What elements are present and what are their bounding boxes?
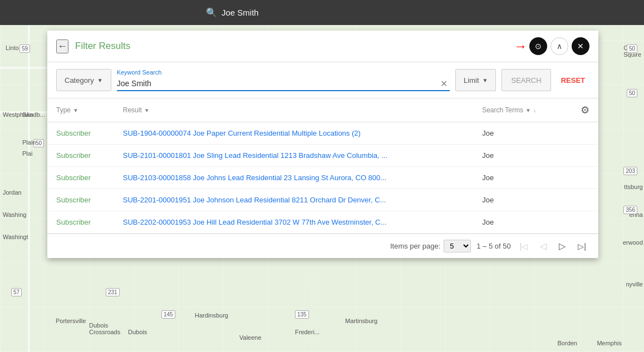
- map-label: Memphis: [597, 340, 622, 346]
- result-cell[interactable]: SUB-2201-00001951 Joe Johnson Lead Resid…: [114, 189, 473, 211]
- type-column-header: Type ▼: [47, 98, 114, 122]
- type-cell[interactable]: Subscriber: [47, 211, 114, 234]
- result-column-header: Result ▼: [114, 98, 473, 122]
- category-button[interactable]: Category ▼: [56, 69, 111, 91]
- type-cell[interactable]: Subscriber: [47, 122, 114, 145]
- results-table-container: Type ▼ Result ▼ Search Terms ▼: [47, 98, 598, 234]
- map-label: Washing: [3, 211, 26, 218]
- settings-column-header: ⚙: [564, 98, 598, 122]
- map-label: Dubois: [128, 329, 147, 335]
- keyword-label: Keyword Search: [117, 69, 450, 76]
- search-button[interactable]: SEARCH: [502, 69, 550, 91]
- search-term-cell: Joe: [473, 211, 564, 234]
- map-label: Hardinsburg: [195, 312, 228, 319]
- result-cell[interactable]: SUB-2103-00001858 Joe Johns Lead Residen…: [114, 167, 473, 189]
- panel-header: ← Filter Results → ⊙ ∧ ✕: [47, 31, 598, 62]
- limit-button[interactable]: Limit ▼: [455, 69, 496, 91]
- map-highway-badge: 50: [627, 44, 637, 53]
- red-arrow-annotation: →: [514, 38, 527, 54]
- table-row: Subscriber SUB-2101-00001801 Joe Sling L…: [47, 145, 598, 167]
- last-page-button[interactable]: ▷|: [574, 241, 589, 252]
- row-settings-cell: [564, 189, 598, 211]
- category-label: Category: [65, 76, 94, 85]
- type-cell[interactable]: Subscriber: [47, 145, 114, 167]
- map-label: Portersville: [56, 318, 86, 324]
- chevron-up-button[interactable]: ∧: [550, 37, 568, 55]
- result-cell[interactable]: SUB-2101-00001801 Joe Sling Lead Residen…: [114, 145, 473, 167]
- keyword-input[interactable]: [117, 77, 438, 90]
- map-highway-badge: 203: [623, 167, 637, 175]
- row-settings-cell: [564, 145, 598, 167]
- search-term-cell: Joe: [473, 167, 564, 189]
- search-terms-sort-icon: ▼: [525, 107, 531, 113]
- table-row: Subscriber SUB-2103-00001858 Joe Johns L…: [47, 167, 598, 189]
- limit-chevron-icon: ▼: [483, 77, 488, 83]
- map-label: Frederi...: [295, 329, 319, 335]
- result-cell[interactable]: SUB-1904-00000074 Joe Paper Current Resi…: [114, 122, 473, 145]
- row-settings-cell: [564, 167, 598, 189]
- result-sort-icon: ▼: [144, 107, 150, 113]
- result-col-label: Result: [123, 106, 142, 114]
- search-terms-col-head[interactable]: Search Terms ▼ ↓: [482, 106, 555, 114]
- table-header-row: Type ▼ Result ▼ Search Terms ▼: [47, 98, 598, 122]
- pagination-bar: Items per page: 5 10 25 50 1 – 5 of 50 |…: [47, 234, 598, 258]
- close-button[interactable]: ✕: [572, 37, 589, 55]
- type-cell[interactable]: Subscriber: [47, 189, 114, 211]
- map-label: nyville: [626, 281, 643, 287]
- map-highway-badge: 50: [627, 89, 637, 97]
- items-per-page-select[interactable]: 5 10 25 50: [444, 240, 471, 252]
- chevron-up-icon: ∧: [557, 42, 562, 51]
- search-terms-col-label: Search Terms: [482, 106, 523, 114]
- map-label: Martinsburg: [345, 318, 377, 324]
- search-icon: 🔍: [206, 7, 217, 18]
- table-row: Subscriber SUB-2202-00001953 Joe Hill Le…: [47, 211, 598, 234]
- search-term-cell: Joe: [473, 122, 564, 145]
- top-search-input[interactable]: [222, 8, 389, 17]
- next-page-button[interactable]: ▷: [555, 240, 569, 252]
- map-highway-badge: 145: [161, 310, 175, 319]
- search-term-cell: Joe: [473, 189, 564, 211]
- map-label: Plain: [22, 139, 36, 146]
- panel-title: Filter Results: [75, 41, 514, 52]
- result-col-head[interactable]: Result ▼: [123, 106, 464, 114]
- category-chevron-icon: ▼: [97, 77, 103, 83]
- search-terms-down-icon: ↓: [533, 107, 536, 113]
- prev-page-button[interactable]: ◁: [537, 240, 550, 252]
- map-label: Jordan: [3, 189, 22, 196]
- type-cell[interactable]: Subscriber: [47, 167, 114, 189]
- row-settings-cell: [564, 122, 598, 145]
- map-road: [0, 67, 50, 69]
- map-label: Valeene: [239, 334, 262, 341]
- search-terms-column-header: Search Terms ▼ ↓: [473, 98, 564, 122]
- settings-gear-button[interactable]: ⚙: [581, 104, 589, 116]
- items-per-page-control: Items per page: 5 10 25 50: [390, 240, 471, 252]
- back-button[interactable]: ←: [56, 39, 68, 53]
- map-label: ttsburg: [624, 184, 643, 190]
- row-settings-cell: [564, 211, 598, 234]
- map-highway-badge: 231: [106, 288, 120, 296]
- map-label: Washingt: [3, 234, 28, 240]
- top-search-bar: 🔍: [0, 0, 644, 25]
- clear-keyword-button[interactable]: ✕: [438, 78, 450, 89]
- keyword-field: Keyword Search ✕: [117, 69, 450, 91]
- search-term-cell: Joe: [473, 145, 564, 167]
- reset-button[interactable]: RESET: [557, 69, 589, 91]
- first-page-button[interactable]: |◁: [517, 241, 532, 252]
- type-sort-icon: ▼: [73, 107, 78, 113]
- compass-icon: ⊙: [535, 42, 542, 51]
- map-label: Borden: [558, 340, 577, 346]
- map-highway-badge: 57: [11, 288, 22, 296]
- type-col-label: Type: [56, 106, 71, 114]
- map-label: Sandb...: [22, 111, 45, 118]
- table-row: Subscriber SUB-1904-00000074 Joe Paper C…: [47, 122, 598, 145]
- search-row: Category ▼ Keyword Search ✕ Limit ▼ SEAR…: [47, 62, 598, 98]
- type-col-head[interactable]: Type ▼: [56, 106, 105, 114]
- map-highway-badge: 135: [295, 310, 309, 319]
- items-per-page-label: Items per page:: [390, 242, 440, 250]
- result-cell[interactable]: SUB-2202-00001953 Joe Hill Lead Resident…: [114, 211, 473, 234]
- header-icons: ⊙ ∧ ✕: [529, 37, 589, 55]
- map-highway-badge: 356: [623, 206, 637, 214]
- results-table: Type ▼ Result ▼ Search Terms ▼: [47, 98, 598, 234]
- map-label: erwood: [623, 239, 643, 246]
- compass-button[interactable]: ⊙: [529, 37, 547, 55]
